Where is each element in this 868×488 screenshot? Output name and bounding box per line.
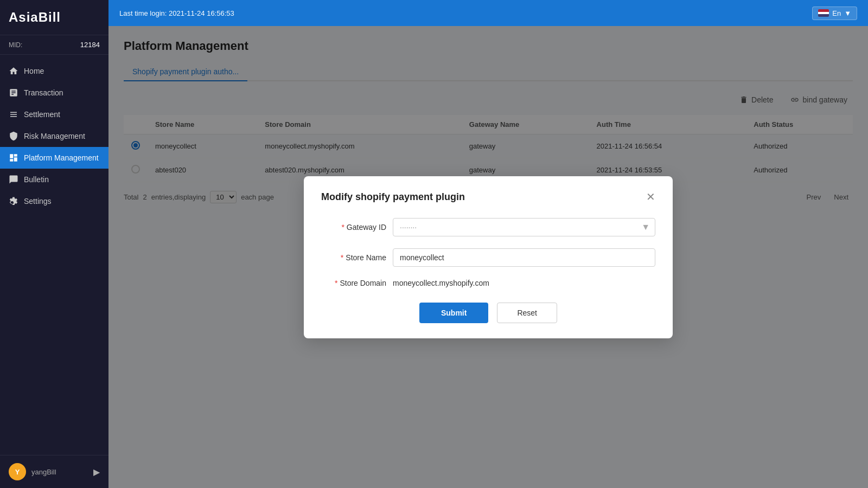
- mid-value: 12184: [80, 41, 100, 49]
- mid-label: MID:: [9, 41, 22, 49]
- sidebar-item-home-label: Home: [24, 67, 44, 75]
- platform-icon: [9, 153, 18, 163]
- modal-close-button[interactable]: ✕: [646, 191, 655, 202]
- main: Last time login: 2021-11-24 16:56:53 En …: [108, 0, 868, 488]
- sidebar-item-settlement-label: Settlement: [24, 110, 60, 119]
- transaction-icon: [9, 88, 18, 98]
- sidebar-item-transaction[interactable]: Transaction: [0, 82, 108, 104]
- lang-label: En: [832, 9, 841, 17]
- store-name-label: *Store Name: [321, 253, 386, 262]
- language-selector[interactable]: En ▼: [812, 7, 857, 20]
- sidebar-item-settings[interactable]: Settings: [0, 190, 108, 212]
- last-login-text: Last time login: 2021-11-24 16:56:53: [119, 9, 234, 17]
- main-content: Platform Management Shopify payment plug…: [108, 26, 868, 488]
- sidebar-footer: Y yangBill ▶: [0, 455, 108, 488]
- risk-icon: [9, 131, 18, 141]
- modal-overlay: Modify shopify payment plugin ✕ *Gateway…: [108, 26, 868, 488]
- sidebar-item-risk-label: Risk Management: [24, 132, 85, 140]
- modify-modal: Modify shopify payment plugin ✕ *Gateway…: [304, 176, 673, 338]
- modal-title: Modify shopify payment plugin: [321, 191, 465, 203]
- sidebar-item-risk[interactable]: Risk Management: [0, 125, 108, 147]
- form-row-store-domain: *Store Domain moneycollect.myshopify.com: [321, 279, 655, 287]
- sidebar-item-transaction-label: Transaction: [24, 88, 63, 97]
- sidebar-mid: MID: 12184: [0, 35, 108, 55]
- sidebar-item-settings-label: Settings: [24, 197, 52, 206]
- bulletin-icon: [9, 175, 18, 184]
- settlement-icon: [9, 110, 18, 119]
- reset-button[interactable]: Reset: [497, 303, 557, 323]
- sidebar-item-platform[interactable]: Platform Management: [0, 147, 108, 169]
- sidebar-logo: AsiaBill: [0, 0, 108, 35]
- sidebar-item-settlement[interactable]: Settlement: [0, 104, 108, 125]
- logo-text: AsiaBill: [9, 10, 61, 24]
- sidebar-nav: Home Transaction Settlement Risk Managem…: [0, 55, 108, 455]
- sidebar-item-home[interactable]: Home: [0, 60, 108, 82]
- submit-button[interactable]: Submit: [419, 303, 488, 323]
- form-row-store-name: *Store Name: [321, 248, 655, 267]
- avatar: Y: [9, 463, 26, 480]
- flag-icon: [818, 9, 829, 17]
- sidebar: AsiaBill MID: 12184 Home Transaction Set…: [0, 0, 108, 488]
- sidebar-item-platform-label: Platform Management: [24, 153, 99, 162]
- store-domain-value: moneycollect.myshopify.com: [393, 279, 489, 287]
- store-name-input[interactable]: [393, 248, 655, 267]
- gateway-id-label: *Gateway ID: [321, 223, 386, 232]
- gateway-id-select-wrapper: ········ ▼: [393, 218, 655, 236]
- gateway-id-select[interactable]: ········: [393, 218, 655, 236]
- form-row-gateway-id: *Gateway ID ········ ▼: [321, 218, 655, 236]
- sidebar-item-bulletin[interactable]: Bulletin: [0, 169, 108, 190]
- modal-actions: Submit Reset: [321, 303, 655, 323]
- chevron-down-icon: ▼: [844, 9, 851, 17]
- footer-username: yangBill: [31, 468, 56, 476]
- sidebar-item-bulletin-label: Bulletin: [24, 175, 49, 184]
- settings-icon: [9, 196, 18, 206]
- modal-header: Modify shopify payment plugin ✕: [321, 191, 655, 203]
- store-domain-label: *Store Domain: [321, 279, 386, 287]
- topbar: Last time login: 2021-11-24 16:56:53 En …: [108, 0, 868, 26]
- home-icon: [9, 66, 18, 76]
- chevron-right-icon: ▶: [93, 467, 100, 477]
